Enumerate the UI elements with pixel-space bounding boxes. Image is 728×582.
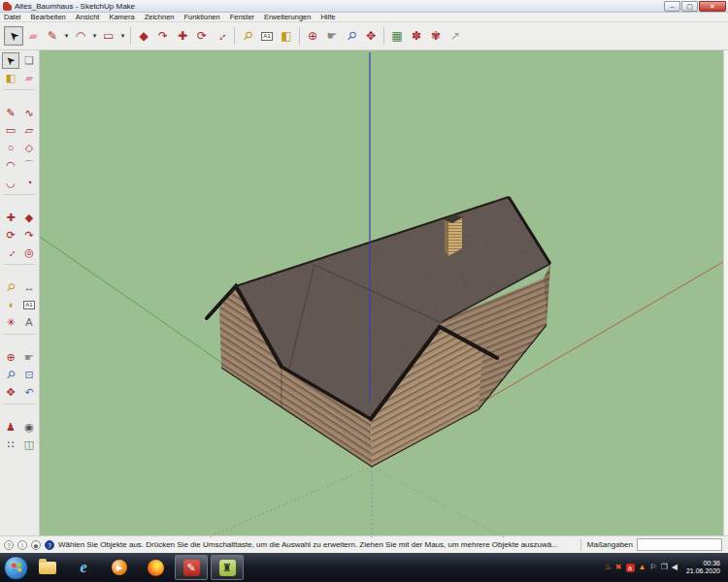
paint-bucket-tool[interactable]: ◧ (2, 70, 19, 86)
model-info-icon[interactable]: i (17, 540, 27, 550)
menu-item-funktionen[interactable]: Funktionen (184, 13, 220, 21)
axes-tool[interactable]: ✳ (2, 314, 19, 331)
followme-tool[interactable]: ↷ (20, 227, 38, 243)
pushpull-tool[interactable]: ◆ (20, 210, 38, 226)
orbit-tool[interactable]: ⊕ (2, 349, 19, 366)
protractor-tool[interactable]: ◖ (2, 297, 19, 313)
zoom-tool[interactable]: ⚲ (2, 367, 19, 383)
move-tool[interactable]: ✚ (2, 210, 19, 226)
action-center-flag-icon[interactable]: ⚐ (649, 563, 656, 572)
arc-tool[interactable]: ◠ (71, 26, 90, 46)
firefox-icon[interactable] (139, 555, 172, 580)
close-button[interactable]: ✕ (699, 1, 726, 12)
maximize-button[interactable]: ▢ (681, 1, 698, 12)
menu-item-hilfe[interactable]: Hilfe (320, 13, 335, 21)
eraser-tool[interactable]: ▰ (20, 70, 38, 86)
start-button[interactable] (4, 556, 28, 580)
firefox-icon (148, 560, 164, 576)
rotated-rectangle-tool[interactable]: ▱ (20, 122, 38, 139)
menu-item-erweiterungen[interactable]: Erweiterungen (264, 13, 311, 21)
help-icon[interactable]: ? (45, 540, 54, 550)
freehand-tool[interactable]: ∿ (20, 105, 38, 121)
volume-icon[interactable]: ◀ (672, 563, 678, 572)
arc-tool[interactable]: ◠ (2, 157, 19, 174)
followme-tool[interactable]: ↷ (153, 26, 173, 46)
red-axis-dotted (209, 467, 372, 537)
layout-export-icon[interactable]: ↗ (446, 26, 465, 46)
two-point-arc-tool[interactable]: ⌒ (20, 157, 38, 174)
look-around-tool[interactable]: ◉ (20, 419, 38, 436)
credits-icon[interactable]: ☻ (31, 540, 41, 550)
pan-tool[interactable]: ☛ (322, 26, 342, 46)
get-models-icon[interactable]: ▦ (387, 26, 407, 46)
menu-item-ansicht[interactable]: Ansicht (76, 13, 100, 21)
previous-view-tool[interactable]: ↶ (20, 384, 38, 401)
offset-tool[interactable]: ◎ (20, 244, 38, 261)
move-tool[interactable]: ✚ (173, 26, 192, 46)
menu-item-datei[interactable]: Datei (4, 13, 21, 21)
threed-text-tool[interactable]: A (20, 314, 38, 331)
rectangle-tool[interactable]: ▭ (2, 122, 19, 139)
zoom-tool[interactable]: ⚲ (342, 26, 361, 46)
menu-item-fenster[interactable]: Fenster (230, 13, 254, 21)
line-dropdown[interactable]: ▾ (62, 26, 71, 46)
make-component-tool[interactable]: ❏ (20, 52, 38, 69)
anydesk-icon[interactable]: a (626, 564, 635, 572)
pan-tool[interactable]: ☛ (20, 349, 38, 366)
line-dropdown-icon: ▾ (65, 30, 69, 42)
vlc-icon[interactable]: ▲ (639, 563, 646, 572)
tape-measure-tool[interactable]: ⚲ (2, 279, 19, 296)
three-point-arc-tool[interactable]: ◡ (2, 175, 19, 191)
menu-item-bearbeiten[interactable]: Bearbeiten (31, 13, 66, 21)
avast-icon[interactable]: ✖ (615, 563, 622, 572)
polygon-tool[interactable]: ◇ (20, 140, 38, 156)
minimize-button[interactable]: – (664, 1, 680, 12)
select-tool[interactable]: ➤ (4, 26, 23, 46)
scale-tool[interactable]: ↔ (212, 26, 231, 46)
menu-item-kamera[interactable]: Kamera (109, 13, 134, 21)
circle-tool[interactable]: ○ (2, 140, 19, 156)
line-tool[interactable]: ✎ (43, 26, 62, 46)
share-model-icon[interactable]: ✽ (407, 26, 426, 46)
sketchup-icon[interactable]: ✎ (175, 555, 208, 580)
orbit-tool[interactable]: ⊕ (303, 26, 322, 46)
walk-tool[interactable]: ∷ (2, 436, 19, 453)
select-tool[interactable]: ➤ (2, 52, 19, 69)
rectangle-tool[interactable]: ▭ (99, 26, 118, 46)
internet-explorer-icon[interactable]: e (67, 555, 100, 580)
menu-item-zeichnen[interactable]: Zeichnen (145, 13, 175, 21)
scale-tool[interactable]: ↔ (2, 244, 19, 261)
taskbar-clock[interactable]: 00:36 21.06.2020 (686, 560, 720, 575)
explorer-icon[interactable] (31, 555, 64, 580)
line-tool[interactable]: ✎ (2, 105, 19, 121)
arc-dropdown[interactable]: ▾ (90, 26, 99, 46)
zoom-window-tool[interactable]: ⊡ (20, 367, 38, 383)
rotate-tool[interactable]: ⟳ (2, 227, 19, 243)
model-canvas[interactable] (40, 50, 723, 537)
rotate-tool[interactable]: ⟳ (192, 26, 212, 46)
zoom-extents-tool[interactable]: ✥ (2, 384, 19, 401)
ccleaner-icon[interactable]: ♨ (605, 563, 612, 572)
text-tool[interactable]: A1 (20, 297, 38, 313)
get-models-icon-icon: ▦ (391, 30, 402, 42)
train-app-icon[interactable]: ♜ (211, 555, 244, 580)
display-icon[interactable]: ❐ (661, 563, 668, 572)
pushpull-tool[interactable]: ◆ (134, 26, 153, 46)
tape-measure-tool[interactable]: ⚲ (238, 26, 257, 46)
position-camera-tool[interactable]: ♟ (2, 419, 19, 436)
eraser-tool[interactable]: ▰ (23, 26, 43, 46)
pie-tool[interactable]: ◔ (20, 175, 38, 191)
model-viewport[interactable] (40, 50, 723, 535)
text-tool[interactable]: A1 (257, 26, 277, 46)
measurements-input[interactable] (637, 538, 722, 551)
share-component-icon[interactable]: ✾ (426, 26, 446, 46)
rectangle-dropdown[interactable]: ▾ (118, 26, 127, 46)
section-plane-tool[interactable]: ◫ (20, 436, 38, 453)
paint-bucket-tool[interactable]: ◧ (277, 26, 296, 46)
geolocation-icon[interactable]: ? (4, 540, 14, 550)
zoom-extents-tool[interactable]: ✥ (361, 26, 381, 46)
dimension-tool[interactable]: ↔ (20, 279, 38, 296)
rectangle-tool-icon: ▭ (6, 125, 16, 136)
offset-tool-icon: ◎ (24, 247, 34, 258)
media-player-icon[interactable]: ▶ (103, 555, 136, 580)
